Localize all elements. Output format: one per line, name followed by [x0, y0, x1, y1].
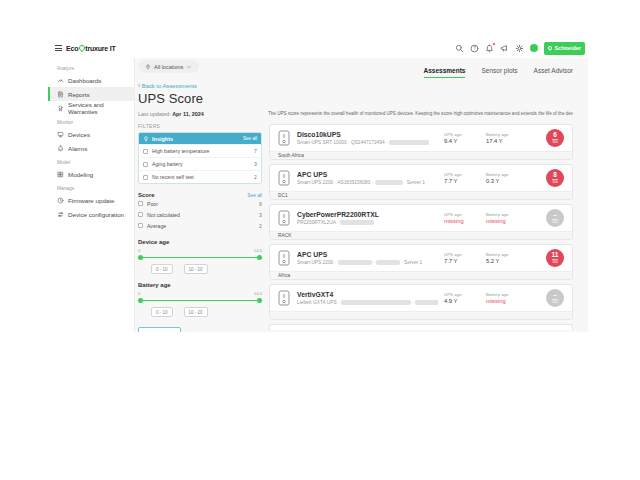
tab-bar: AssessmentsSensor plotsAsset Advisor: [424, 67, 573, 78]
sidebar: AnalyzeDashboardsReportsServices and War…: [48, 58, 135, 332]
chevron-left-icon: ‹: [138, 82, 140, 89]
filter-row-aging-battery[interactable]: Aging battery3: [139, 157, 261, 170]
filter-row-poor[interactable]: Poor6: [138, 198, 262, 209]
battery-age-filter-group: Battery age 0 14.0: [138, 282, 262, 317]
notifications-icon[interactable]: [485, 44, 494, 53]
checkbox[interactable]: [138, 201, 143, 206]
battery-age-title: Battery age: [138, 282, 262, 288]
alarms-icon: [57, 145, 64, 152]
insights-header[interactable]: Insights See all: [139, 133, 261, 144]
schneider-logo[interactable]: Schneider: [544, 42, 585, 55]
age-value: 7.7 Y: [444, 178, 480, 184]
ups-age-column: UPS agemissing: [444, 212, 480, 225]
filter-count: 3: [254, 161, 257, 167]
sidebar-item-dashboards[interactable]: Dashboards: [48, 73, 134, 87]
battery-age-handle-min[interactable]: [138, 298, 143, 303]
help-icon[interactable]: ?: [470, 44, 479, 53]
device-age-handle-max[interactable]: [257, 255, 262, 260]
filter-row-high-battery-temperature[interactable]: High battery temperature7: [139, 144, 261, 157]
device-subtitle: Liebert GXT4 UPS · ·: [297, 300, 438, 305]
device-age-handle-min[interactable]: [138, 255, 143, 260]
filter-label: Aging battery: [152, 161, 250, 167]
checkbox[interactable]: [138, 212, 143, 217]
ups-age-column: UPS age7.7 Y: [444, 252, 480, 265]
insights-see-all-link[interactable]: See all: [243, 136, 257, 141]
ups-age-column: UPS age7.7 Y: [444, 172, 480, 185]
search-icon[interactable]: [455, 44, 464, 53]
device-location: Africa: [270, 271, 572, 279]
filter-row-no-recent-self-test[interactable]: No recent self test2: [139, 170, 261, 183]
filter-row-not-calculated[interactable]: Not calculated3: [138, 209, 262, 220]
filter-label: Not calculated: [147, 212, 255, 218]
device-card[interactable]: VertivGXT4Liebert GXT4 UPS · · UPS age4.…: [269, 284, 573, 320]
battery-age-handle-max[interactable]: [257, 298, 262, 303]
device-card[interactable]: CyberPowerPR2200RTXLPR2200RTXL2UA · UPS …: [269, 204, 573, 240]
age-range-chip[interactable]: 10 - 20: [184, 264, 208, 274]
checkbox[interactable]: [138, 223, 143, 228]
sidebar-section-label: Model: [48, 155, 134, 167]
battery-age-column: Battery agemissing: [486, 292, 540, 305]
sidebar-item-label: Reports: [68, 91, 90, 98]
reports-icon: [57, 91, 64, 98]
sidebar-item-device-configuration[interactable]: Device configuration: [48, 207, 134, 221]
score-denominator: 100: [552, 259, 558, 264]
app-body: AnalyzeDashboardsReportsServices and War…: [48, 58, 588, 332]
chevron-down-icon: [186, 64, 192, 70]
battery-age-slider-labels: 0 14.0: [138, 291, 262, 296]
redacted-text: [338, 260, 372, 265]
sidebar-item-firmware-update[interactable]: Firmware update: [48, 193, 134, 207]
device-age-slider[interactable]: 0 14.0: [138, 248, 262, 261]
age-range-chip[interactable]: 0 - 10: [151, 307, 173, 317]
device-age-slider-labels: 0 14.0: [138, 248, 262, 253]
redacted-text: [415, 300, 438, 305]
lightbulb-icon: [143, 136, 149, 142]
score-denominator: 100: [552, 219, 558, 224]
location-selector[interactable]: All locations: [138, 60, 199, 73]
settings-icon[interactable]: [515, 44, 524, 53]
redacted-text: [340, 220, 374, 225]
battery-age-slider[interactable]: 0 14.0: [138, 291, 262, 304]
device-card[interactable]: APC UPSSmart-UPS 2200 · AS1839156080 · ·…: [269, 164, 573, 200]
score-filter-group: Score See all Poor6Not calculated3Averag…: [138, 192, 262, 231]
score-value: 8: [553, 172, 557, 179]
score-see-all-link[interactable]: See all: [247, 193, 262, 198]
filter-count: 3: [259, 212, 262, 218]
battery-age-column: Battery age0.3 Y: [486, 172, 540, 185]
filter-row-average[interactable]: Average2: [138, 220, 262, 231]
sidebar-item-label: Device configuration: [68, 211, 124, 218]
age-range-chip[interactable]: 0 - 10: [151, 264, 173, 274]
back-link[interactable]: ‹ Back to Assessments: [138, 82, 573, 89]
config-icon: [57, 211, 64, 218]
app-header: Ecotruxure IT ? Schneider: [48, 38, 588, 58]
sidebar-item-reports[interactable]: Reports: [48, 87, 134, 101]
user-avatar[interactable]: [530, 44, 538, 52]
checkbox[interactable]: [143, 162, 148, 167]
device-age-track-fill: [140, 257, 260, 259]
device-card[interactable]: Disco10kUPSSmart-UPS SRT 10000 · QS14471…: [269, 124, 573, 160]
checkbox[interactable]: [143, 149, 148, 154]
firmware-icon: [57, 197, 64, 204]
tab-assessments[interactable]: Assessments: [424, 67, 466, 78]
sidebar-item-services-and-warranties[interactable]: Services and Warranties: [48, 101, 134, 115]
feedback-icon[interactable]: [500, 44, 509, 53]
sidebar-item-alarms[interactable]: Alarms: [48, 141, 134, 155]
score-denominator: 100: [552, 179, 558, 184]
reset-filters-button[interactable]: Reset filters: [138, 327, 181, 332]
logo-prefix: Eco: [66, 45, 78, 52]
device-name: APC UPS: [297, 251, 438, 258]
menu-icon[interactable]: [55, 45, 62, 51]
sidebar-item-modeling[interactable]: Modeling: [48, 167, 134, 181]
tab-asset-advisor[interactable]: Asset Advisor: [534, 67, 573, 78]
age-label: UPS age: [444, 292, 480, 297]
age-value: 7.7 Y: [444, 258, 480, 264]
insights-title: Insights: [152, 136, 173, 142]
sidebar-item-label: Firmware update: [68, 197, 114, 204]
checkbox[interactable]: [143, 175, 148, 180]
device-card[interactable]: APC UPSSmart-UPS 2200 · · · Server 1UPS …: [269, 244, 573, 280]
page: Ecotruxure IT ? Schneider AnalyzeDashboa…: [0, 0, 640, 480]
age-range-chip[interactable]: 10 - 20: [184, 307, 208, 317]
age-label: UPS age: [444, 172, 480, 177]
tab-sensor-plots[interactable]: Sensor plots: [481, 67, 517, 78]
sidebar-item-devices[interactable]: Devices: [48, 127, 134, 141]
device-list: Disco10kUPSSmart-UPS SRT 10000 · QS14471…: [269, 124, 573, 332]
